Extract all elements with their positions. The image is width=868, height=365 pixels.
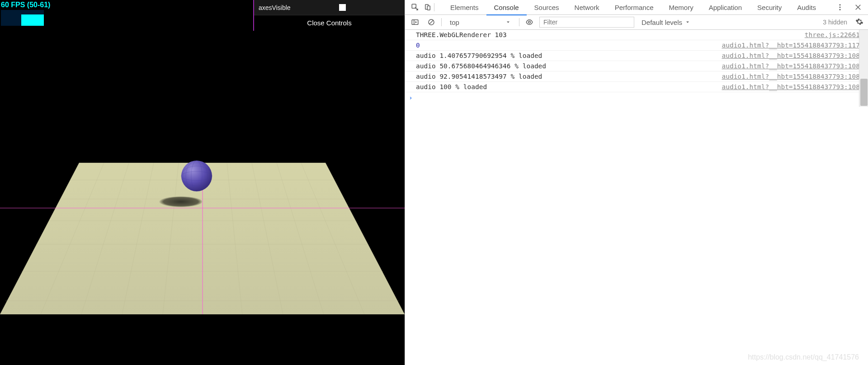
hidden-count[interactable]: 3 hidden [823,19,847,26]
devtools-panel: Elements Console Sources Network Perform… [405,0,868,365]
console-message-text: audio 92.90541418573497 % loaded [416,73,722,80]
scrollbar[interactable] [859,30,868,107]
tab-elements[interactable]: Elements [443,0,486,15]
sidebar-toggle-icon[interactable] [409,16,421,28]
console-prompt[interactable]: › [405,92,868,103]
tab-application[interactable]: Application [701,0,750,15]
tab-network[interactable]: Network [567,0,607,15]
console-message-text: audio 1.407657790692954 % loaded [416,52,722,59]
console-message-text: 0 [416,42,722,49]
inspect-element-icon[interactable] [409,1,421,14]
console-row: audio 50.675680464946346 % loaded audio1… [405,61,868,71]
console-source-link[interactable]: audio1.html?__hbt=1554188437793:108 [722,52,868,59]
log-levels-select[interactable]: Default levels [638,19,694,26]
prompt-arrow-icon: › [409,94,413,101]
console-settings-icon[interactable] [855,18,864,27]
svg-rect-28 [427,6,430,10]
fps-graph [1,10,44,26]
console-messages[interactable]: THREE.WebGLRenderer 103 three.js:22661 0… [405,30,868,365]
axesvisible-checkbox[interactable] [339,4,346,11]
console-source-link[interactable]: audio1.html?__hbt=1554188437793:108 [722,62,868,70]
console-row: 0 audio1.html?__hbt=1554188437793:117 [405,40,868,51]
dat-gui-panel: axesVisible Close Controls [253,0,405,31]
chevron-down-icon [685,19,690,25]
console-toolbar: top Default levels 3 hidden [405,15,868,30]
toolbar-divider [441,18,442,26]
tab-audits[interactable]: Audits [789,0,824,15]
tab-sources[interactable]: Sources [527,0,567,15]
console-message-text: audio 50.675680464946346 % loaded [416,62,722,70]
svg-rect-34 [412,20,418,25]
svg-point-20 [159,196,203,207]
close-controls-button[interactable]: Close Controls [254,15,405,31]
svg-point-29 [840,4,841,5]
console-row: THREE.WebGLRenderer 103 three.js:22661 [405,30,868,40]
toolbar-divider [519,18,519,26]
context-value: top [450,19,459,26]
console-row: audio 92.90541418573497 % loaded audio1.… [405,71,868,82]
more-icon[interactable] [834,1,846,14]
fps-bar [21,14,44,26]
console-row: audio 100 % loaded audio1.html?__hbt=155… [405,82,868,92]
svg-point-30 [840,7,841,8]
toolbar-divider [434,3,434,11]
console-message-text: THREE.WebGLRenderer 103 [416,31,805,38]
console-source-link[interactable]: audio1.html?__hbt=1554188437793:108 [722,83,868,90]
fps-counter: 60 FPS (50-61) [1,1,50,9]
live-expression-icon[interactable] [523,16,536,28]
devtools-tabs: Elements Console Sources Network Perform… [443,0,824,15]
execution-context-select[interactable]: top [445,17,515,28]
tab-console[interactable]: Console [486,0,527,15]
gui-row-axesvisible[interactable]: axesVisible [254,0,405,15]
gui-label: axesVisible [259,4,312,11]
plane-svg [0,154,405,317]
scene-plane [0,154,405,317]
filter-input[interactable] [539,17,634,28]
console-source-link[interactable]: audio1.html?__hbt=1554188437793:117 [722,42,868,49]
close-devtools-icon[interactable] [852,1,864,14]
watermark: https://blog.csdn.net/qq_41741576 [748,353,859,361]
levels-label: Default levels [642,19,682,26]
device-toggle-icon[interactable] [421,1,434,14]
clear-console-icon[interactable] [425,16,438,28]
webgl-scene[interactable]: 60 FPS (50-61) axesVisible Close Control… [0,0,405,365]
console-message-text: audio 100 % loaded [416,83,722,90]
tab-memory[interactable]: Memory [661,0,701,15]
svg-line-37 [429,20,433,24]
svg-point-31 [840,9,841,10]
tab-security[interactable]: Security [750,0,789,15]
devtools-main-toolbar: Elements Console Sources Network Perform… [405,0,868,15]
console-source-link[interactable]: audio1.html?__hbt=1554188437793:108 [722,73,868,80]
tab-performance[interactable]: Performance [607,0,661,15]
chevron-down-icon [505,19,511,25]
svg-point-38 [528,21,531,24]
console-row: audio 1.407657790692954 % loaded audio1.… [405,51,868,61]
console-source-link[interactable]: three.js:22661 [805,31,868,38]
scrollbar-thumb[interactable] [860,79,868,106]
